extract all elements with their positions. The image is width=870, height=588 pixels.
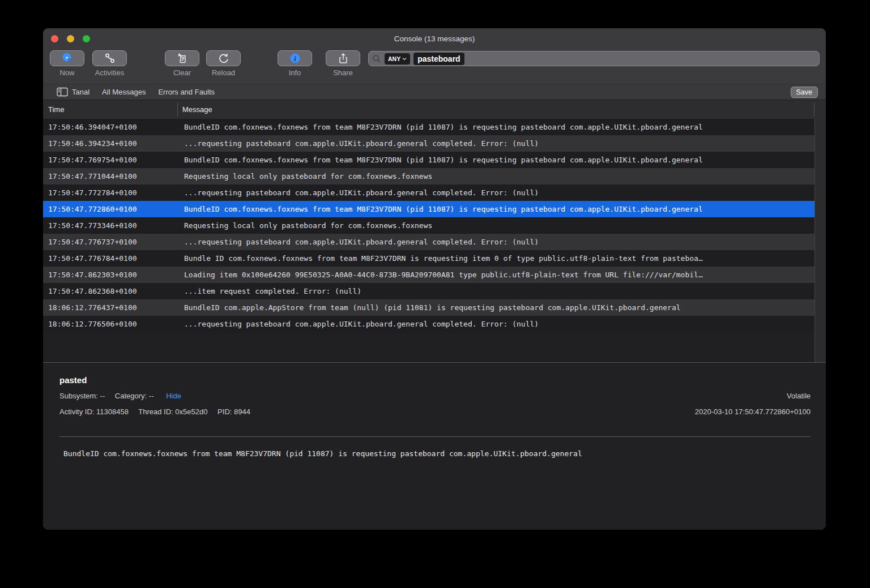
- row-time: 17:50:46.394234+0100: [43, 135, 177, 152]
- now-button[interactable]: Now: [50, 50, 84, 77]
- row-message: Loading item 0x100e64260 99E50325-A0A0-4…: [177, 267, 814, 283]
- row-message: ...item request completed. Error: (null): [177, 283, 814, 299]
- row-time: 17:50:47.772860+0100: [43, 201, 177, 217]
- info-button[interactable]: i Info: [278, 50, 312, 77]
- minimize-window-button[interactable]: [67, 35, 74, 42]
- vertical-scrollbar[interactable]: [814, 119, 826, 362]
- search-field[interactable]: ANY pasteboard: [368, 51, 820, 66]
- table-row[interactable]: 17:50:47.769754+0100BundleID com.foxnews…: [43, 152, 814, 168]
- log-table: 17:50:46.394047+0100BundleID com.foxnews…: [43, 119, 826, 362]
- detail-pane: pasted Subsystem: -- Category: -- Hide V…: [43, 362, 826, 530]
- reload-label: Reload: [206, 68, 241, 77]
- device-name[interactable]: Tanal: [72, 88, 89, 96]
- category-label: Category:: [115, 392, 147, 400]
- table-row[interactable]: 17:50:46.394047+0100BundleID com.foxnews…: [43, 119, 814, 135]
- activity-id-label: Activity ID:: [59, 407, 94, 416]
- row-time: 17:50:47.776737+0100: [43, 234, 177, 250]
- row-time: 18:06:12.776437+0100: [43, 299, 177, 316]
- now-label: Now: [50, 68, 84, 77]
- row-message: ...requesting pasteboard com.apple.UIKit…: [177, 234, 814, 250]
- subsystem-value: --: [100, 392, 105, 400]
- search-scope-dropdown[interactable]: ANY: [385, 53, 410, 65]
- reload-icon: [218, 52, 230, 65]
- thread-id-value: 0x5e52d0: [175, 407, 207, 416]
- row-message: Requesting local only pasteboard for com…: [177, 168, 814, 184]
- window-title: Console (13 messages): [394, 35, 475, 43]
- chevron-down-icon: [402, 57, 407, 61]
- activity-id-value: 11308458: [96, 407, 129, 416]
- console-window: Console (13 messages) Now: [43, 28, 826, 530]
- table-row[interactable]: 18:06:12.776437+0100BundleID com.apple.A…: [43, 299, 814, 316]
- share-icon: [337, 52, 349, 65]
- row-time: 17:50:47.862303+0100: [43, 267, 177, 283]
- detail-title: pasted: [59, 375, 87, 385]
- window-controls: [51, 35, 90, 42]
- detail-timestamp: 2020-03-10 17:50:47.772860+0100: [695, 407, 811, 416]
- search-term-token[interactable]: pasteboard: [413, 53, 464, 65]
- category-value: --: [149, 392, 154, 400]
- column-divider[interactable]: [177, 102, 178, 117]
- column-divider[interactable]: [814, 102, 814, 117]
- search-icon: [372, 54, 381, 63]
- row-time: 17:50:47.773346+0100: [43, 217, 177, 234]
- row-message: BundleID com.foxnews.foxnews from team M…: [177, 152, 814, 168]
- tab-errors-and-faults[interactable]: Errors and Faults: [158, 88, 215, 96]
- thread-id-label: Thread ID:: [138, 407, 173, 416]
- row-message: BundleID com.apple.AppStore from team (n…: [177, 299, 814, 316]
- share-button[interactable]: Share: [326, 50, 360, 77]
- table-row[interactable]: 17:50:47.773346+0100Requesting local onl…: [43, 217, 814, 234]
- clear-icon: [176, 52, 189, 65]
- clear-label: Clear: [165, 68, 199, 77]
- table-header: Time Message: [43, 100, 826, 119]
- row-message: ...requesting pasteboard com.apple.UIKit…: [177, 316, 814, 332]
- table-row[interactable]: 17:50:47.776784+0100Bundle ID com.foxnew…: [43, 250, 814, 267]
- table-row[interactable]: 17:50:47.862368+0100...item request comp…: [43, 283, 814, 299]
- table-row[interactable]: 17:50:47.772784+0100...requesting pasteb…: [43, 184, 814, 201]
- now-icon: [61, 52, 74, 65]
- row-message: BundleID com.foxnews.foxnews from team M…: [177, 201, 814, 217]
- pid-value: 8944: [234, 407, 250, 416]
- table-row[interactable]: 17:50:46.394234+0100...requesting pasteb…: [43, 135, 814, 152]
- row-message: Requesting local only pasteboard for com…: [177, 217, 814, 234]
- title-bar: Console (13 messages): [43, 28, 826, 49]
- info-icon: i: [289, 52, 301, 65]
- hide-link[interactable]: Hide: [166, 392, 181, 400]
- row-message: BundleID com.foxnews.foxnews from team M…: [177, 119, 814, 135]
- filter-bar: Tanal All Messages Errors and Faults Sav…: [43, 84, 826, 100]
- search-scope-value: ANY: [388, 55, 400, 62]
- row-time: 18:06:12.776506+0100: [43, 316, 177, 332]
- tab-all-messages[interactable]: All Messages: [102, 88, 146, 96]
- activities-label: Activities: [92, 68, 127, 77]
- row-message: Bundle ID com.foxnews.foxnews from team …: [177, 250, 814, 267]
- column-header-time[interactable]: Time: [43, 105, 64, 114]
- column-header-message[interactable]: Message: [182, 105, 212, 114]
- close-window-button[interactable]: [51, 35, 58, 42]
- table-row[interactable]: 17:50:47.776737+0100...requesting pasteb…: [43, 234, 814, 250]
- activities-icon: [104, 52, 116, 65]
- detail-ids-line: Activity ID: 11308458 Thread ID: 0x5e52d…: [59, 407, 250, 416]
- save-button[interactable]: Save: [791, 87, 818, 98]
- log-rows: 17:50:46.394047+0100BundleID com.foxnews…: [43, 119, 814, 362]
- row-message: ...requesting pasteboard com.apple.UIKit…: [177, 184, 814, 201]
- reload-button[interactable]: Reload: [206, 50, 241, 77]
- table-row[interactable]: 17:50:47.862303+0100Loading item 0x100e6…: [43, 267, 814, 283]
- table-row[interactable]: 17:50:47.772860+0100BundleID com.foxnews…: [43, 201, 814, 217]
- toolbar: Now Activities: [43, 49, 826, 84]
- row-time: 17:50:46.394047+0100: [43, 119, 177, 135]
- pid-label: PID:: [218, 407, 232, 416]
- detail-meta-line: Subsystem: -- Category: -- Hide: [59, 392, 181, 400]
- clear-button[interactable]: Clear: [165, 50, 199, 77]
- detail-divider: [59, 436, 811, 437]
- volatile-badge: Volatile: [787, 392, 811, 400]
- subsystem-label: Subsystem:: [59, 392, 98, 400]
- activities-button[interactable]: Activities: [92, 50, 127, 77]
- info-label: Info: [278, 68, 312, 77]
- row-time: 17:50:47.772784+0100: [43, 184, 177, 201]
- table-row[interactable]: 17:50:47.771044+0100Requesting local onl…: [43, 168, 814, 184]
- table-row[interactable]: 18:06:12.776506+0100...requesting pasteb…: [43, 316, 814, 332]
- row-message: ...requesting pasteboard com.apple.UIKit…: [177, 135, 814, 152]
- zoom-window-button[interactable]: [83, 35, 90, 42]
- sidebar-toggle-icon[interactable]: [57, 87, 68, 97]
- row-time: 17:50:47.771044+0100: [43, 168, 177, 184]
- detail-message: BundleID com.foxnews.foxnews from team M…: [63, 448, 809, 460]
